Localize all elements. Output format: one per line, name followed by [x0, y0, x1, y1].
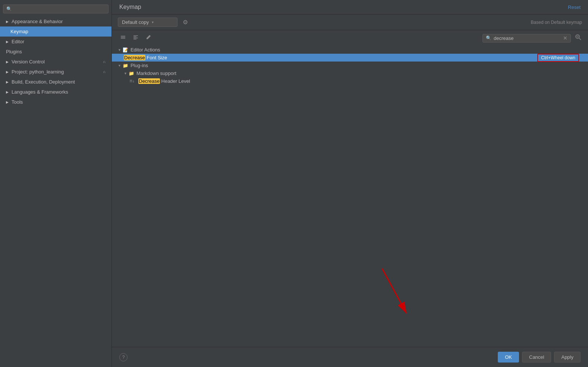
tree-row[interactable]: ▼ 📁 Plug-ins	[112, 62, 588, 69]
content-header: Keymap Reset	[112, 0, 588, 15]
chevron-right-icon: ▶	[6, 90, 9, 94]
help-button[interactable]: ?	[119, 353, 128, 361]
edit-icon	[145, 34, 151, 40]
header-level-icon: H↓	[130, 79, 135, 84]
apply-button[interactable]: Apply	[554, 352, 581, 363]
sidebar-item-build[interactable]: ▶ Build, Execution, Deployment	[0, 77, 111, 87]
plugins-icon: 📁	[123, 63, 128, 68]
sidebar-item-languages[interactable]: ▶ Languages & Frameworks	[0, 87, 111, 97]
svg-rect-2	[121, 38, 125, 39]
tree-item-label: Plug-ins	[131, 63, 582, 68]
tree-row[interactable]: H↓ Decrease Header Level	[112, 77, 588, 85]
tree-row-content: ▼ 📁 Markdown support	[124, 70, 582, 76]
sidebar-item-tools[interactable]: ▶ Tools	[0, 97, 111, 107]
editor-actions-label: Editor Actions	[131, 47, 160, 53]
content-area: Keymap Reset Default copy ▾ ⚙ Based on D…	[112, 0, 588, 367]
tree-row[interactable]: ▼ 📝 Editor Actions	[112, 46, 588, 54]
search-area: 🔍 ✕	[482, 34, 582, 43]
svg-point-7	[576, 35, 579, 38]
based-on-label: Based on Default keymap	[531, 20, 582, 25]
shortcut-area: Ctrl+Wheel down	[537, 55, 582, 60]
sidebar-item-plugins[interactable]: Plugins	[0, 47, 111, 57]
find-usages-button[interactable]	[575, 34, 582, 43]
search-box: 🔍 ✕	[482, 34, 571, 43]
bottom-right: OK Cancel Apply	[498, 352, 581, 363]
sidebar-item-label: Editor	[12, 39, 24, 44]
clear-search-icon[interactable]: ✕	[563, 35, 567, 41]
vcs-icon: ⎌	[103, 60, 106, 64]
tree-item-label: Editor Actions	[131, 47, 582, 53]
sidebar-item-editor[interactable]: ▶ Editor	[0, 37, 111, 47]
collapse-all-button[interactable]	[118, 33, 128, 43]
keymap-toolbar: Default copy ▾ ⚙ Based on Default keymap	[112, 15, 588, 30]
keymap-name: Default copy	[122, 19, 149, 25]
chevron-right-icon: ▶	[6, 60, 9, 64]
keymap-dropdown[interactable]: Default copy ▾	[118, 18, 177, 27]
decrease-font-size-suffix: Font Size	[147, 55, 167, 60]
chevron-right-icon: ▶	[6, 20, 9, 23]
tree-body: ▼ 📝 Editor Actions Decrease Font Size Ct…	[112, 46, 588, 347]
bottom-bar: ? OK Cancel Apply	[112, 347, 588, 367]
highlight-decrease: Decrease	[124, 55, 145, 60]
sidebar-search-input[interactable]	[3, 4, 109, 13]
chevron-right-icon: ▶	[6, 40, 9, 44]
collapse-all-icon	[120, 34, 126, 40]
search-input[interactable]	[494, 35, 561, 41]
chevron-right-icon: ▶	[6, 70, 9, 74]
chevron-right-icon: ▶	[6, 80, 9, 84]
svg-rect-3	[133, 35, 138, 36]
sidebar-item-label: Tools	[12, 99, 23, 105]
sidebar-item-label: Languages & Frameworks	[12, 89, 68, 95]
decrease-header-suffix: Header Level	[161, 78, 190, 84]
cancel-button[interactable]: Cancel	[522, 352, 551, 363]
markdown-icon: 📁	[129, 71, 134, 76]
bottom-left: ?	[119, 353, 128, 361]
chevron-down-icon: ▼	[118, 64, 121, 68]
sidebar-item-project[interactable]: ▶ Project: python_learning ⎌	[0, 67, 111, 77]
svg-rect-0	[121, 36, 125, 37]
tree-row-content: ▼ 📁 Plug-ins	[118, 63, 582, 68]
shortcut-badge: Ctrl+Wheel down	[537, 54, 579, 62]
action-left	[118, 33, 154, 43]
ok-button[interactable]: OK	[498, 352, 519, 363]
page-title: Keymap	[119, 4, 141, 10]
sidebar-item-label: Plugins	[6, 49, 22, 54]
sidebar-item-appearance[interactable]: ▶ Appearance & Behavior	[0, 16, 111, 26]
svg-rect-1	[121, 37, 125, 38]
tree-row[interactable]: ▼ 📁 Markdown support	[112, 69, 588, 77]
tree-row-content: ▼ 📝 Editor Actions	[118, 47, 582, 53]
sidebar: ▶ Appearance & Behavior Keymap ▶ Editor …	[0, 0, 112, 367]
tree-row-content: H↓ Decrease Header Level	[130, 78, 582, 84]
sidebar-item-keymap[interactable]: Keymap	[0, 26, 111, 37]
action-toolbar: 🔍 ✕	[112, 30, 588, 46]
find-usages-icon	[575, 34, 582, 41]
svg-rect-6	[133, 39, 136, 40]
sidebar-item-version-control[interactable]: ▶ Version Control ⎌	[0, 57, 111, 67]
search-icon: 🔍	[486, 35, 491, 41]
sidebar-item-label: Build, Execution, Deployment	[12, 79, 75, 85]
sidebar-item-label: Keymap	[10, 29, 28, 34]
tree-item-label: Markdown support	[136, 70, 582, 76]
chevron-down-icon: ▼	[118, 48, 121, 52]
expand-all-button[interactable]	[131, 33, 141, 43]
sidebar-item-label: Project: python_learning	[12, 69, 64, 75]
chevron-down-icon: ▼	[124, 72, 127, 75]
tree-row[interactable]: Decrease Font Size Ctrl+Wheel down	[112, 54, 588, 62]
highlight-decrease2: Decrease	[138, 78, 160, 84]
svg-rect-4	[133, 37, 136, 37]
chevron-down-icon: ▾	[152, 20, 154, 24]
svg-point-9	[577, 36, 578, 37]
tree-item-label: Decrease Header Level	[138, 78, 582, 84]
tree-item-label: Decrease Font Size	[124, 55, 537, 60]
edit-button[interactable]	[143, 33, 154, 43]
keymap-left: Default copy ▾ ⚙	[118, 18, 190, 27]
project-icon: ⎌	[103, 70, 106, 74]
tree-row-content: Decrease Font Size Ctrl+Wheel down	[124, 55, 582, 60]
chevron-right-icon: ▶	[6, 100, 9, 104]
sidebar-item-label: Version Control	[12, 59, 45, 65]
reset-button[interactable]: Reset	[568, 4, 581, 10]
expand-all-icon	[133, 34, 139, 40]
sidebar-item-label: Appearance & Behavior	[12, 19, 63, 24]
svg-line-8	[579, 38, 581, 40]
gear-button[interactable]: ⚙	[180, 18, 190, 26]
